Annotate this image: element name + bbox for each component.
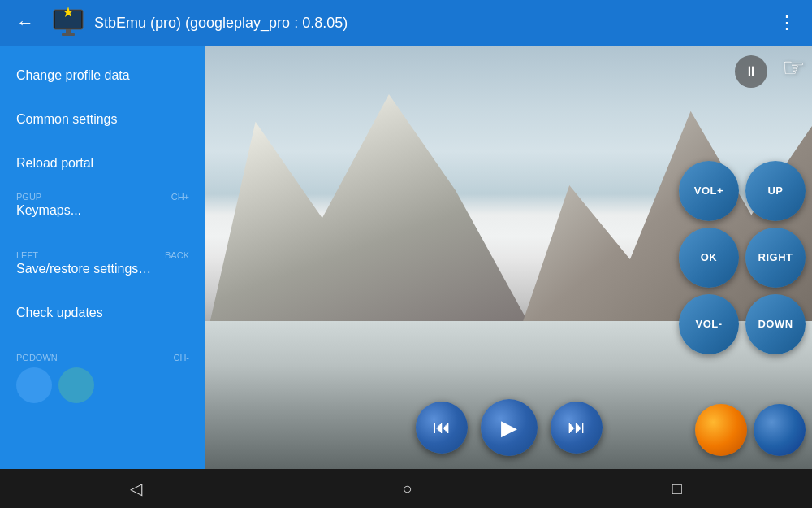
bottom-nav: ◁ ○ □ (0, 469, 812, 508)
right-button[interactable]: RIGHT (745, 228, 806, 288)
sidebar-circle-btn-left[interactable] (16, 367, 52, 403)
video-area: ⏸ ☞ VOL+ UP OK RIGHT VOL- DOWN ⏮ (205, 46, 812, 469)
remote-row-bottom: VOL- DOWN (679, 294, 806, 354)
remote-row-top: VOL+ UP (679, 161, 806, 221)
up-button[interactable]: UP (745, 161, 806, 221)
forward-button[interactable]: ⏭ (551, 402, 603, 454)
back-button[interactable]: ← (10, 9, 41, 37)
nav-recents-button[interactable]: □ (659, 473, 695, 505)
keymap-hints-top: PGUP CH+ (16, 192, 189, 202)
overflow-menu-button[interactable]: ⋮ (771, 9, 802, 37)
svg-rect-3 (66, 29, 71, 33)
main-content: Change profile data Common settings Relo… (0, 46, 812, 469)
nav-home-button[interactable]: ○ (389, 473, 425, 505)
sidebar-item-change-profile[interactable]: Change profile data (0, 54, 205, 98)
mountain-left (205, 67, 539, 342)
sidebar-item-common-settings[interactable]: Common settings (0, 98, 205, 141)
sidebar-item-save-restore[interactable]: Save/restore settings… (16, 262, 189, 276)
app-title: StbEmu (pro) (googleplay_pro : 0.8.05) (94, 15, 771, 32)
orange-button[interactable] (695, 404, 747, 456)
media-controls: ⏮ ▶ ⏭ (416, 399, 603, 456)
play-button[interactable]: ▶ (481, 399, 538, 456)
sidebar: Change profile data Common settings Relo… (0, 46, 205, 469)
app-icon (50, 5, 86, 41)
forward-icon: ⏭ (568, 417, 585, 438)
cursor-hand-icon: ☞ (782, 52, 806, 83)
sidebar-item-check-updates[interactable]: Check updates (0, 291, 205, 335)
sidebar-item-reload-portal[interactable]: Reload portal (0, 141, 205, 185)
left-right-hints: LEFT BACK (16, 250, 189, 260)
pgdown-hints: PGDOWN CH- (16, 353, 189, 363)
vol-plus-button[interactable]: VOL+ (679, 161, 739, 221)
sidebar-circle-btn-right[interactable] (58, 367, 94, 403)
sidebar-btn-row (16, 367, 189, 403)
sidebar-pgdown-area: PGDOWN CH- (0, 335, 205, 418)
nav-back-button[interactable]: ◁ (117, 472, 155, 505)
rewind-icon: ⏮ (433, 417, 451, 438)
down-button[interactable]: DOWN (745, 294, 806, 354)
sidebar-save-area: LEFT BACK Save/restore settings… (0, 232, 205, 291)
sidebar-keymaps-area: PGUP CH+ Keymaps... (0, 185, 205, 232)
remote-controls: VOL+ UP OK RIGHT VOL- DOWN (679, 161, 806, 354)
rewind-button[interactable]: ⏮ (416, 402, 468, 454)
vol-minus-button[interactable]: VOL- (679, 294, 739, 354)
bottom-right-buttons (695, 404, 806, 456)
pause-button[interactable]: ⏸ (735, 55, 767, 88)
ok-button[interactable]: OK (679, 228, 739, 288)
play-icon: ▶ (501, 415, 517, 441)
svg-rect-4 (62, 33, 75, 36)
blue-button[interactable] (754, 404, 806, 456)
sidebar-item-keymaps[interactable]: Keymaps... (16, 203, 189, 218)
pause-icon: ⏸ (744, 63, 758, 80)
top-bar: ← StbEmu (pro) (googleplay_pro : 0.8.05)… (0, 0, 812, 46)
remote-row-middle: OK RIGHT (679, 228, 806, 288)
